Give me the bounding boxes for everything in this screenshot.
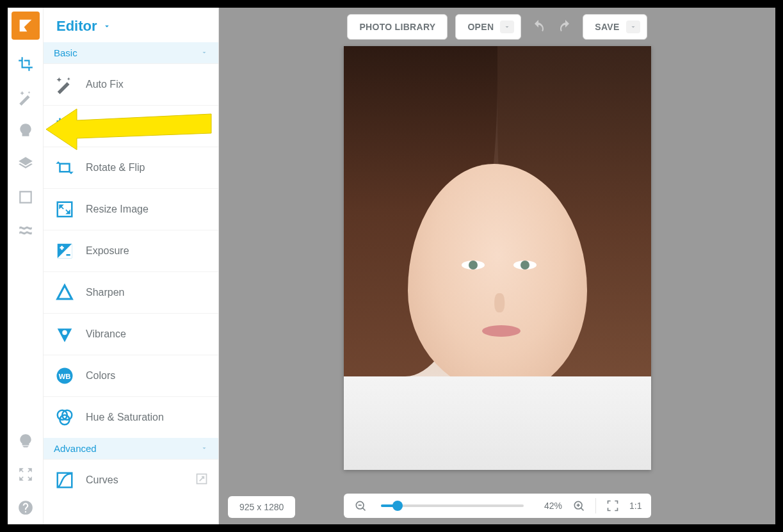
panel-title-label: Editor	[56, 18, 97, 35]
redo-button[interactable]	[556, 17, 575, 36]
image-canvas[interactable]	[344, 46, 651, 470]
zoom-in-icon	[572, 499, 585, 512]
tool-rotate-flip[interactable]: Rotate & Flip	[44, 147, 218, 188]
fullscreen-arrows-icon	[17, 466, 34, 483]
tool-exposure[interactable]: Exposure	[44, 230, 218, 271]
layers-icon	[17, 156, 34, 172]
app-window: Editor Basic Auto Fix Crop Picture	[8, 8, 775, 524]
zoom-out-icon	[354, 499, 367, 512]
panel-title[interactable]: Editor	[44, 8, 218, 42]
help-icon	[17, 499, 34, 516]
rail-help[interactable]	[12, 494, 40, 522]
canvas-viewport[interactable]	[219, 8, 775, 524]
chevron-down-icon	[200, 443, 208, 454]
photo-library-button[interactable]: PHOTO LIBRARY	[347, 14, 448, 40]
chevron-down-icon	[200, 47, 208, 58]
section-label: Advanced	[54, 443, 97, 454]
button-label: SAVE	[595, 22, 619, 32]
tool-colors[interactable]: WB Colors	[44, 355, 218, 396]
chevron-down-icon	[500, 20, 514, 33]
frame-icon	[17, 189, 34, 206]
svg-point-3	[62, 330, 67, 335]
svg-rect-1	[58, 202, 72, 217]
save-button[interactable]: SAVE	[583, 14, 647, 40]
tool-curves[interactable]: Curves	[44, 459, 218, 501]
one-to-one-button[interactable]: 1:1	[629, 501, 642, 511]
slider-thumb[interactable]	[392, 501, 403, 511]
rail-tab-textures[interactable]	[12, 216, 40, 245]
lightbulb-icon	[17, 433, 34, 449]
face-silhouette-icon	[17, 122, 34, 139]
fit-screen-button[interactable]	[605, 498, 620, 513]
section-label: Basic	[54, 47, 77, 58]
tool-crop-picture[interactable]: Crop Picture	[44, 105, 218, 147]
crop-tool-icon	[54, 115, 76, 137]
hue-saturation-icon	[54, 407, 76, 428]
category-rail	[8, 8, 44, 524]
rail-tips[interactable]	[12, 427, 40, 455]
rail-tab-beauty[interactable]	[12, 117, 40, 145]
rail-tab-frames[interactable]	[12, 183, 40, 211]
crop-icon	[17, 56, 34, 72]
tool-resize-image[interactable]: Resize Image	[44, 188, 218, 230]
redo-icon	[558, 19, 573, 35]
svg-text:WB: WB	[59, 373, 71, 380]
rail-fullscreen[interactable]	[12, 460, 40, 488]
rail-tab-layers[interactable]	[12, 150, 40, 178]
zoom-out-button[interactable]	[353, 498, 368, 513]
tool-sidebar: Editor Basic Auto Fix Crop Picture	[44, 8, 219, 524]
texture-icon	[17, 222, 34, 239]
tool-label: Hue & Saturation	[86, 412, 164, 423]
app-logo[interactable]	[12, 12, 40, 40]
dimensions-readout: 925 x 1280	[228, 496, 295, 518]
colors-icon: WB	[54, 365, 76, 387]
undo-button[interactable]	[529, 17, 548, 36]
resize-icon	[54, 198, 76, 220]
fit-screen-icon	[606, 499, 619, 512]
chevron-down-icon	[102, 22, 111, 31]
sharpen-icon	[54, 282, 76, 303]
tool-auto-fix[interactable]: Auto Fix	[44, 63, 218, 105]
rail-tab-effects[interactable]	[12, 83, 40, 111]
tool-label: Curves	[86, 474, 118, 486]
tool-sharpen[interactable]: Sharpen	[44, 271, 218, 313]
svg-rect-0	[60, 164, 70, 172]
exposure-icon	[54, 240, 76, 262]
vibrance-icon	[54, 323, 76, 345]
tool-label: Crop Picture	[86, 120, 143, 132]
zoom-slider[interactable]	[381, 504, 524, 507]
tool-label: Auto Fix	[86, 79, 124, 90]
sidebar-scroll[interactable]: Basic Auto Fix Crop Picture Rotate	[44, 42, 218, 524]
top-toolbar: PHOTO LIBRARY OPEN SAVE	[219, 8, 775, 44]
open-button[interactable]: OPEN	[455, 14, 521, 40]
expand-icon	[195, 472, 208, 488]
rail-tab-editor[interactable]	[12, 50, 40, 78]
section-advanced-header[interactable]: Advanced	[44, 438, 218, 459]
magic-wand-icon	[17, 89, 34, 106]
tool-label: Sharpen	[86, 287, 125, 298]
tool-label: Rotate & Flip	[86, 162, 145, 173]
rotate-icon	[54, 157, 76, 179]
button-label: OPEN	[467, 22, 494, 32]
zoom-percent: 42%	[537, 501, 562, 511]
tool-label: Resize Image	[86, 204, 149, 215]
zoom-in-button[interactable]	[571, 498, 586, 513]
tool-vibrance[interactable]: Vibrance	[44, 313, 218, 355]
tool-hue-saturation[interactable]: Hue & Saturation	[44, 396, 218, 438]
tool-label: Exposure	[86, 245, 129, 257]
undo-icon	[531, 19, 546, 35]
tool-label: Colors	[86, 370, 115, 382]
section-basic-header[interactable]: Basic	[44, 42, 218, 63]
tool-label: Vibrance	[86, 328, 126, 340]
chevron-down-icon	[626, 20, 640, 33]
zoom-toolbar: 42% 1:1	[344, 494, 651, 518]
divider	[595, 498, 596, 513]
canvas-area: PHOTO LIBRARY OPEN SAVE	[219, 8, 775, 524]
dimensions-text: 925 x 1280	[239, 502, 284, 512]
curves-icon	[54, 469, 76, 491]
auto-fix-icon	[54, 74, 76, 95]
button-label: PHOTO LIBRARY	[359, 22, 435, 32]
